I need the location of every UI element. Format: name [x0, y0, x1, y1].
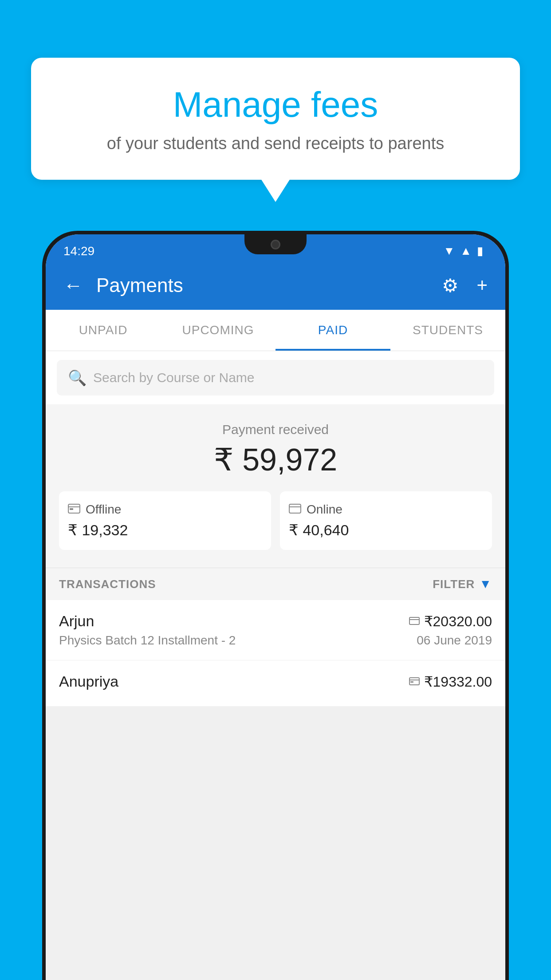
svg-rect-5: [409, 617, 419, 624]
online-card: Online ₹ 40,640: [280, 491, 492, 550]
tab-upcoming[interactable]: UPCOMING: [161, 310, 276, 351]
transaction-name: Arjun: [59, 612, 94, 630]
status-icons: ▼ ▲ ▮: [444, 244, 483, 258]
transaction-top: Arjun ₹20320.00: [59, 612, 492, 630]
filter-label: FILTER: [433, 577, 475, 591]
tabs-bar: UNPAID UPCOMING PAID STUDENTS: [46, 310, 505, 351]
battery-icon: ▮: [477, 244, 483, 258]
bubble-title: Manage fees: [67, 84, 484, 125]
add-button[interactable]: +: [472, 270, 492, 300]
payment-cards: Offline ₹ 19,332 Online: [59, 491, 492, 550]
offline-card-header: Offline: [68, 502, 262, 517]
payment-summary: Payment received ₹ 59,972: [46, 404, 505, 568]
transaction-amount-wrap: ₹20320.00: [409, 613, 492, 630]
payment-method-icon: [409, 614, 420, 628]
transaction-name: Anupriya: [59, 673, 118, 690]
bubble-subtitle: of your students and send receipts to pa…: [67, 134, 484, 153]
settings-button[interactable]: ⚙: [437, 270, 463, 301]
table-row[interactable]: Arjun ₹20320.00 Physics: [46, 600, 505, 660]
tab-paid[interactable]: PAID: [276, 310, 390, 351]
online-card-header: Online: [289, 502, 483, 517]
transaction-amount: ₹19332.00: [424, 673, 492, 690]
screen: 14:29 ▼ ▲ ▮ ← Payments ⚙ + UNPAID UPCOMI…: [46, 234, 505, 980]
offline-card: Offline ₹ 19,332: [59, 491, 271, 550]
transaction-amount-wrap: ₹19332.00: [409, 673, 492, 690]
transaction-amount: ₹20320.00: [424, 613, 492, 630]
search-bar[interactable]: 🔍 Search by Course or Name: [57, 360, 494, 395]
status-time: 14:29: [63, 244, 94, 258]
app-title: Payments: [96, 274, 429, 296]
tab-students[interactable]: STUDENTS: [390, 310, 505, 351]
speech-bubble-container: Manage fees of your students and send re…: [31, 58, 520, 180]
filter-icon: ▼: [479, 577, 492, 591]
offline-amount: ₹ 19,332: [68, 521, 262, 539]
transactions-label: TRANSACTIONS: [59, 577, 156, 591]
app-bar: ← Payments ⚙ +: [46, 261, 505, 310]
tab-unpaid[interactable]: UNPAID: [46, 310, 161, 351]
filter-button[interactable]: FILTER ▼: [433, 577, 492, 591]
notch: [244, 234, 307, 254]
transaction-top: Anupriya ₹19332.00: [59, 673, 492, 690]
wifi-icon: ▼: [444, 244, 455, 258]
signal-icon: ▲: [460, 244, 472, 258]
transactions-header: TRANSACTIONS FILTER ▼: [46, 568, 505, 600]
svg-rect-3: [289, 504, 301, 513]
back-button[interactable]: ←: [59, 270, 87, 301]
offline-label: Offline: [86, 502, 121, 517]
transactions-list: Arjun ₹20320.00 Physics: [46, 600, 505, 707]
transaction-bottom: Physics Batch 12 Installment - 2 06 June…: [59, 633, 492, 648]
search-placeholder: Search by Course or Name: [93, 370, 255, 385]
online-label: Online: [307, 502, 342, 517]
payment-label: Payment received: [59, 422, 492, 437]
transaction-date: 06 June 2019: [417, 633, 492, 648]
phone-inner: 14:29 ▼ ▲ ▮ ← Payments ⚙ + UNPAID UPCOMI…: [46, 234, 505, 980]
online-amount: ₹ 40,640: [289, 521, 483, 539]
offline-icon: [68, 502, 80, 517]
speech-bubble: Manage fees of your students and send re…: [31, 58, 520, 180]
payment-total: ₹ 59,972: [59, 442, 492, 478]
payment-method-icon: [409, 675, 420, 688]
search-icon: 🔍: [68, 369, 87, 387]
table-row[interactable]: Anupriya ₹19332.00: [46, 660, 505, 707]
phone-frame: 14:29 ▼ ▲ ▮ ← Payments ⚙ + UNPAID UPCOMI…: [42, 231, 509, 980]
svg-rect-9: [410, 681, 413, 683]
svg-rect-2: [70, 508, 73, 510]
transaction-desc: Physics Batch 12 Installment - 2: [59, 633, 236, 648]
search-container: 🔍 Search by Course or Name: [46, 351, 505, 404]
camera: [271, 240, 280, 249]
online-icon: [289, 502, 301, 517]
